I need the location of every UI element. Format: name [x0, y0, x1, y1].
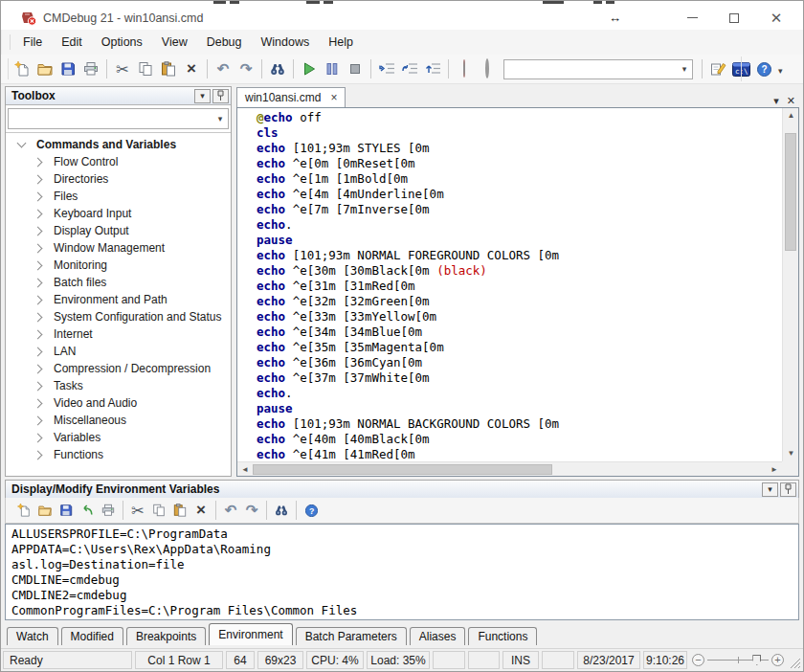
- revert-button[interactable]: [77, 500, 98, 521]
- env-pin-button[interactable]: [780, 482, 796, 497]
- chevron-right-icon[interactable]: [34, 381, 43, 391]
- toolbox-item-display-output[interactable]: Display Output: [6, 222, 231, 239]
- toolbox-item-flow-control[interactable]: Flow Control: [6, 153, 231, 170]
- toolbox-pin-button[interactable]: [212, 89, 229, 103]
- code-area[interactable]: @echo offclsecho [101;93m STYLES [0mecho…: [237, 110, 782, 461]
- chevron-down-icon[interactable]: ▾: [677, 64, 692, 74]
- menu-options[interactable]: Options: [92, 32, 152, 53]
- toolbox-root-item[interactable]: Commands and Variables: [6, 136, 231, 153]
- code-line[interactable]: echo ^e[1m [1mBold[0m: [257, 171, 782, 187]
- cut-button[interactable]: ✂: [127, 500, 148, 521]
- undo-button[interactable]: ↶: [212, 57, 234, 80]
- vertical-scrollbar[interactable]: ▲ ▼: [782, 108, 798, 461]
- toolbox-item-functions[interactable]: Functions: [6, 446, 231, 463]
- resize-arrows-icon[interactable]: ↔: [609, 11, 621, 25]
- chevron-right-icon[interactable]: [34, 364, 43, 373]
- new-file-button[interactable]: [11, 57, 34, 80]
- menu-help[interactable]: Help: [319, 32, 363, 53]
- maximize-button[interactable]: [713, 8, 755, 29]
- toolbox-item-batch-files[interactable]: Batch files: [6, 274, 231, 291]
- menu-view[interactable]: View: [152, 32, 197, 53]
- toolbox-item-window-management[interactable]: Window Management: [6, 239, 231, 257]
- step-over-button[interactable]: [398, 57, 421, 80]
- tab-breakpoints[interactable]: Breakpoints: [126, 627, 206, 645]
- toolbox-item-tasks[interactable]: Tasks: [6, 377, 231, 394]
- redo-button[interactable]: ↷: [241, 500, 262, 521]
- copy-button[interactable]: [148, 500, 169, 521]
- chevron-right-icon[interactable]: [34, 278, 43, 287]
- step-out-button[interactable]: [421, 57, 444, 80]
- code-line[interactable]: echo ^e[37m [37mWhite[0m: [257, 370, 782, 386]
- menu-debug[interactable]: Debug: [197, 32, 252, 53]
- code-editor[interactable]: @echo offclsecho [101;93m STYLES [0mecho…: [236, 107, 799, 477]
- code-line[interactable]: echo ^e[32m [32mGreen[0m: [257, 294, 782, 309]
- paste-button[interactable]: [157, 57, 180, 80]
- toolbox-item-variables[interactable]: Variables: [6, 429, 231, 446]
- zoom-slider-handle[interactable]: [752, 655, 761, 665]
- toolbox-item-monitoring[interactable]: Monitoring: [6, 257, 231, 274]
- code-line[interactable]: echo ^e[36m [36mCyan[0m: [257, 355, 782, 370]
- env-variable-line[interactable]: CMDLINE=cmdebug: [11, 572, 798, 588]
- code-line[interactable]: echo ^e[7m [7mInverse[0m: [257, 202, 782, 217]
- code-line[interactable]: echo [101;93m STYLES [0m: [257, 141, 782, 156]
- chevron-down-icon[interactable]: [17, 139, 27, 148]
- stop-button[interactable]: [344, 57, 367, 80]
- toolbox-item-miscellaneous[interactable]: Miscellaneous: [6, 412, 231, 429]
- scroll-left-icon[interactable]: ◄: [237, 465, 253, 474]
- env-variable-line[interactable]: CMDLINE2=cmdebug: [11, 588, 798, 603]
- code-line[interactable]: echo ^e[33m [33mYellow[0m: [257, 309, 782, 325]
- chevron-right-icon[interactable]: [34, 295, 43, 304]
- editor-tab[interactable]: win10ansi.cmd ×: [236, 87, 346, 107]
- chevron-right-icon[interactable]: [34, 243, 43, 253]
- resize-grip[interactable]: [789, 651, 801, 669]
- toolbox-combobox[interactable]: ▾: [8, 108, 229, 129]
- horizontal-scroll-thumb[interactable]: [253, 464, 552, 475]
- breakpoint-clear-button[interactable]: [476, 57, 499, 80]
- scroll-up-icon[interactable]: ▲: [783, 108, 799, 123]
- toolbox-item-keyboard-input[interactable]: Keyboard Input: [6, 205, 231, 222]
- chevron-right-icon[interactable]: [34, 209, 43, 218]
- toolbox-item-files[interactable]: Files: [6, 188, 231, 205]
- scroll-down-icon[interactable]: ▼: [783, 446, 799, 461]
- code-line[interactable]: echo [101;93m NORMAL BACKGROUND COLORS […: [257, 416, 782, 432]
- chevron-right-icon[interactable]: [34, 329, 43, 339]
- copy-button[interactable]: [134, 57, 157, 80]
- tab-watch[interactable]: Watch: [7, 627, 58, 645]
- chevron-right-icon[interactable]: [34, 226, 43, 235]
- help-button[interactable]: ?: [752, 57, 775, 80]
- env-variable-line[interactable]: APPDATA=C:\Users\Rex\AppData\Roaming: [11, 542, 798, 557]
- menu-windows[interactable]: Windows: [252, 32, 320, 53]
- toolbox-item-internet[interactable]: Internet: [6, 325, 231, 343]
- chevron-right-icon[interactable]: [34, 260, 43, 270]
- toolbox-item-environment-and-path[interactable]: Environment and Path: [6, 291, 231, 308]
- tab-aliases[interactable]: Aliases: [410, 627, 466, 645]
- print-button[interactable]: [79, 57, 102, 80]
- toolbox-menu-button[interactable]: ▾: [194, 89, 211, 103]
- tab-modified[interactable]: Modified: [61, 627, 123, 645]
- pause-button[interactable]: [321, 57, 344, 80]
- zoom-track[interactable]: [707, 660, 769, 661]
- cut-button[interactable]: ✂: [111, 57, 134, 80]
- chevron-right-icon[interactable]: [34, 312, 43, 322]
- code-line[interactable]: @echo off: [257, 110, 782, 125]
- tab-functions[interactable]: Functions: [468, 627, 537, 645]
- horizontal-scrollbar[interactable]: ◄ ►: [237, 461, 782, 476]
- toolbox-item-directories[interactable]: Directories: [6, 170, 231, 188]
- zoom-out-icon[interactable]: −: [692, 654, 704, 666]
- env-variable-line[interactable]: ALLUSERSPROFILE=C:\ProgramData: [11, 526, 798, 542]
- zoom-slider[interactable]: −+: [690, 651, 786, 669]
- delete-button[interactable]: ×: [180, 57, 203, 80]
- run-button[interactable]: [298, 57, 321, 80]
- delete-button[interactable]: ×: [190, 500, 212, 521]
- toolbox-item-compression-decompression[interactable]: Compression / Decompression: [6, 360, 231, 377]
- code-line[interactable]: echo ^e[30m [30mBlack[0m (black): [257, 263, 782, 279]
- env-menu-button[interactable]: ▾: [762, 482, 778, 497]
- menu-edit[interactable]: Edit: [52, 32, 92, 53]
- breakpoint-set-button[interactable]: [453, 57, 476, 80]
- command-combobox[interactable]: ▾: [503, 59, 693, 79]
- code-line[interactable]: echo [101;93m NORMAL FOREGROUND COLORS […: [257, 248, 782, 263]
- tab-batch-parameters[interactable]: Batch Parameters: [296, 627, 407, 645]
- tab-environment[interactable]: Environment: [209, 623, 292, 645]
- undo-button[interactable]: ↶: [220, 500, 241, 521]
- save-button[interactable]: [56, 500, 77, 521]
